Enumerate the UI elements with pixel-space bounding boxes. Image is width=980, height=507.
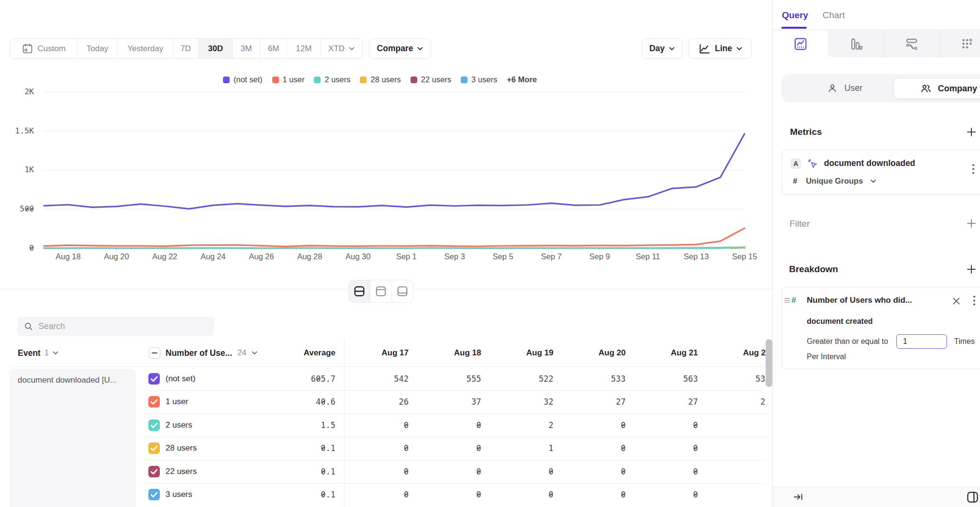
x-axis-label: Sep 13 xyxy=(684,252,709,261)
cell-value: 0 xyxy=(765,414,766,437)
series-checkbox[interactable] xyxy=(148,466,160,477)
cell-value: 27 xyxy=(688,390,698,413)
compare-button[interactable]: Compare xyxy=(369,38,431,59)
date-column-header[interactable]: Aug 22 xyxy=(743,339,766,367)
date-range-label: 12M xyxy=(296,44,312,54)
average-column-header[interactable]: Average xyxy=(304,339,335,367)
entity-option-user[interactable]: User xyxy=(781,74,894,102)
series-header-label: Number of Use... xyxy=(166,348,232,358)
layout-option-split-rows[interactable] xyxy=(349,280,370,302)
aggregation-label: Unique Groups xyxy=(806,176,863,186)
x-axis-label: Aug 30 xyxy=(345,252,370,261)
panel-layout-icon[interactable] xyxy=(966,491,979,504)
date-column-header[interactable]: Aug 18 xyxy=(454,339,481,367)
series-checkbox[interactable] xyxy=(148,373,160,385)
legend-more-button[interactable]: +6 More xyxy=(507,75,537,84)
legend-item[interactable]: 1 user xyxy=(272,75,305,84)
date-range-30d[interactable]: 30D xyxy=(199,39,233,58)
metric-letter-badge: A xyxy=(791,158,801,169)
add-metric-button[interactable] xyxy=(966,126,977,138)
date-range-3m[interactable]: 3M xyxy=(233,39,260,58)
aggregation-row[interactable]: # Unique Groups xyxy=(793,176,876,186)
date-range-6m[interactable]: 6M xyxy=(260,39,288,58)
table-row: (not set)605.7542555522533563537 xyxy=(0,367,766,390)
add-breakdown-button[interactable] xyxy=(966,264,977,275)
tab-query[interactable]: Query xyxy=(782,10,808,21)
tab-chart[interactable]: Chart xyxy=(823,10,845,21)
date-range-label: 7D xyxy=(180,44,191,54)
date-range-custom[interactable]: Custom xyxy=(10,39,78,58)
x-axis-label: Sep 3 xyxy=(445,252,465,261)
x-axis-label: Aug 18 xyxy=(56,252,80,261)
view-tab-retention[interactable] xyxy=(939,30,980,57)
date-column-header[interactable]: Aug 21 xyxy=(671,339,698,367)
table-row: 28 users0.1001000 xyxy=(0,437,766,460)
collapse-sidebar-icon[interactable] xyxy=(793,492,803,502)
chart-type-button[interactable]: Line xyxy=(689,38,752,59)
series-label: (not set) xyxy=(166,367,195,390)
cell-value: 0 xyxy=(621,460,625,483)
series-checkbox[interactable] xyxy=(148,396,160,408)
view-tab-funnels[interactable] xyxy=(828,30,884,57)
entity-option-label: Company xyxy=(938,84,977,94)
legend-item[interactable]: (not set) xyxy=(223,75,263,84)
y-axis-label: 2K xyxy=(0,87,34,96)
event-column-header[interactable]: Event 1 xyxy=(18,339,58,367)
entity-option-company[interactable]: Company xyxy=(894,78,980,99)
view-tab-insights[interactable] xyxy=(773,30,828,57)
legend-item[interactable]: 22 users xyxy=(411,75,451,84)
breakdown-value-input[interactable] xyxy=(896,334,947,349)
date-range-xtd[interactable]: XTD xyxy=(321,39,362,58)
legend-item[interactable]: 3 users xyxy=(461,75,497,84)
line-chart[interactable]: Aug 18Aug 20Aug 22Aug 24Aug 26Aug 28Aug … xyxy=(0,84,772,270)
cell-value: 0 xyxy=(693,483,698,506)
x-axis-label: Aug 26 xyxy=(249,252,274,261)
date-column-header[interactable]: Aug 20 xyxy=(599,339,626,367)
vertical-scrollbar[interactable] xyxy=(766,339,772,387)
date-column-header[interactable]: Aug 17 xyxy=(381,339,409,367)
legend-item[interactable]: 2 users xyxy=(314,75,350,84)
date-range-12m[interactable]: 12M xyxy=(287,39,321,58)
series-checkbox[interactable] xyxy=(148,489,160,500)
legend-item[interactable]: 28 users xyxy=(360,75,401,84)
y-axis-label: 500 xyxy=(0,204,34,213)
breakdown-card[interactable]: # Number of Users who did... document cr… xyxy=(781,287,980,369)
average-value: 1.5 xyxy=(321,414,335,437)
kebab-menu-icon[interactable] xyxy=(972,164,975,175)
calendar-icon xyxy=(22,43,33,55)
series-column-header[interactable]: Number of Use... 24 xyxy=(149,339,257,367)
date-range-today[interactable]: Today xyxy=(78,39,118,58)
entity-option-label: User xyxy=(844,83,862,93)
cell-value: 27 xyxy=(616,390,625,413)
date-range-7d[interactable]: 7D xyxy=(173,39,199,58)
granularity-button[interactable]: Day xyxy=(642,38,682,59)
sidebar-footer xyxy=(773,487,980,507)
layout-option-bottom-panel[interactable] xyxy=(392,280,413,302)
date-range-yesterday[interactable]: Yesterday xyxy=(118,39,173,58)
search-input[interactable] xyxy=(38,321,208,331)
date-range-label: XTD xyxy=(328,44,345,54)
chart-legend: (not set)1 user2 users28 users22 users3 … xyxy=(0,75,772,84)
date-column-header[interactable]: Aug 19 xyxy=(526,339,554,367)
cell-value: 563 xyxy=(683,367,698,390)
layout-option-top-panel[interactable] xyxy=(370,280,392,302)
flows-icon xyxy=(904,37,919,51)
average-value: 0.1 xyxy=(321,460,335,483)
select-all-checkbox[interactable] xyxy=(149,347,160,359)
series-checkbox[interactable] xyxy=(148,442,160,454)
x-axis-label: Aug 20 xyxy=(104,252,129,261)
view-tab-flows[interactable] xyxy=(884,30,939,57)
series-line xyxy=(44,134,745,209)
cell-value: 0 xyxy=(476,460,481,483)
drag-handle-icon[interactable] xyxy=(784,297,791,304)
kebab-menu-icon[interactable] xyxy=(973,295,976,307)
x-axis-label: Aug 22 xyxy=(152,252,177,261)
legend-swatch xyxy=(223,77,230,83)
close-icon[interactable] xyxy=(952,297,960,305)
legend-label: 1 user xyxy=(283,75,305,84)
series-checkbox[interactable] xyxy=(148,419,160,431)
metric-card[interactable]: A document downloaded # Unique Groups xyxy=(782,149,980,195)
add-filter-button[interactable] xyxy=(966,218,977,229)
y-axis-label: 0 xyxy=(0,243,34,253)
date-range-control: CustomTodayYesterday7D30D3M6M12MXTD xyxy=(10,38,363,59)
